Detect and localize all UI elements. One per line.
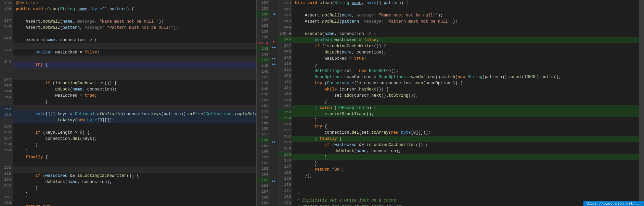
r-code-169 [292,179,639,185]
gutter-143 [0,53,13,59]
left-pane: 134 135 137 138 140 142 144 147 148 149 … [0,0,257,206]
r-code-161: connection.del(set.toArray(new byte[0][]… [292,130,639,136]
code-line-158: } [13,148,256,154]
mid-left-142: 142 [257,46,270,52]
mid-left-162: 162 [257,160,270,166]
rg-151: 151 [278,66,292,73]
rg-154: 154 [278,85,292,91]
arrow-141: ▶ [270,39,278,45]
rg-145: 145 ◀ [278,30,292,36]
r-code-157: } catch (IOException e) { [292,105,639,111]
gutter-145 [0,65,13,71]
mid-left-165: 165 [257,177,270,183]
code-line-161-empty [13,167,256,173]
gutter-162: 162 [0,165,13,171]
mid-left-140: 140 [257,34,270,40]
gutter-158: 158 [0,141,13,147]
arrow-136: ◀ [270,11,278,17]
r-code-167: return "OK"; [292,167,639,173]
mid-left-159: 159 [257,143,270,149]
right-scrollbar[interactable] [639,0,644,206]
mid-left-139: 139 [257,28,270,34]
rg-140: 140 [278,0,292,6]
r-code-141 [292,6,639,12]
mid-left-151: 151 [257,97,270,103]
rg-152: 152 [278,73,292,79]
code-line-142: boolean wasLocked = false; [13,49,256,56]
rg-165: 165 [278,152,292,158]
rg-144: 144 [278,24,292,31]
gutter-163: 163 [0,171,13,177]
arrow-165: ▶▶ [270,178,278,184]
code-line-156: connection.del(keys); [13,136,256,142]
url-bar: https://blog.csdn.net/... [583,201,644,206]
mid-left-164: 164 [257,172,270,178]
right-pane: 140 141 142 143 144 145 ◀ 146 147 148 14… [278,0,644,206]
rg-169: 169 [278,175,292,182]
code-line-153: .toArray(new byte[0][]); [13,117,256,123]
gutter-155: 155 [0,124,13,130]
rg-160: 160 [278,121,292,127]
code-line-162: if (wasLocked && isLockingCacheWriter())… [13,173,256,179]
mid-left-141: 141 ◀ [257,40,270,46]
gutter-152: 152 [0,106,13,112]
rg-158: 158 [278,109,292,115]
code-line-148: doLock(name, connection); [13,86,256,93]
code-line-136-empty [13,12,256,19]
code-line-151-empty [13,105,256,111]
rg-173: 173 [278,200,292,206]
mid-left-148: 148 [257,80,270,86]
rg-148: 148 [278,48,292,54]
r-code-152: ScanOptions scanOptions = ScanOptions.sc… [292,74,639,80]
gutter-144: 144 [0,59,13,65]
r-code-164: doUnlock(name, connection); [292,148,639,154]
r-code-142: Assert.notNull(name, message: "Name must… [292,12,639,19]
rg-167: 167 [278,163,292,170]
r-code-171: * [292,191,639,197]
gutter-160 [0,153,13,159]
mid-left-161: 161 [257,155,270,160]
mid-left-155: 155 [257,120,270,126]
gutter-151 [0,100,13,106]
rg-143: 143 [278,18,292,24]
r-code-156: } [292,99,639,105]
rg-159: 159 [278,115,292,121]
code-line-157: } [13,142,256,148]
rg-142: 142 [278,12,292,18]
mid-left-153: 153 [257,109,270,114]
gutter-141 [0,41,13,47]
arrow-142: ▶▶ [270,45,278,50]
mid-left-158: 158 [257,137,270,143]
rg-170: 170 [278,182,292,188]
rg-164: 164 [278,145,292,152]
mid-left-166: 166 [257,183,270,189]
mid-left-150: 150 [257,92,270,97]
code-line-152: byte[][] keys = Optional.ofNullable(conn… [13,111,256,117]
mid-left-134: 134 [257,0,270,6]
mid-left-146: 146 [257,69,270,74]
mid-left-169: 169 [257,200,270,206]
rg-166: 166 [278,157,292,163]
gutter-166 [0,189,13,194]
code-line-166-empty [13,197,256,204]
gutter-148: 148 [0,82,13,88]
gutter-159: 159 [0,147,13,153]
gutter-139 [0,29,13,35]
mid-left-145: 145 [257,63,270,69]
code-line-140: execute(name, connection -> { [13,37,256,43]
mid-left-135: 135 [257,6,270,12]
arrow-144: ▶▶ [270,56,278,61]
r-code-148: doLock(name, connection); [292,49,639,56]
mid-left-144: 144 [257,57,270,63]
gutter-134: 134 [0,0,13,6]
gutter-138: 138 [0,24,13,29]
mid-left-167: 167 [257,189,270,195]
middle-section: 134 135 136 137 138 139 140 141 ◀ 142 14… [257,0,278,206]
code-line-149: wasLocked = true; [13,93,256,99]
gutter-149: 149 [0,88,13,94]
rg-171: 171 [278,188,292,194]
r-code-140: blic void clean(String name, byte[] patt… [292,0,639,6]
rg-153: 153 [278,79,292,85]
code-line-164: } [13,185,256,191]
mid-left-136: 136 [257,11,270,17]
